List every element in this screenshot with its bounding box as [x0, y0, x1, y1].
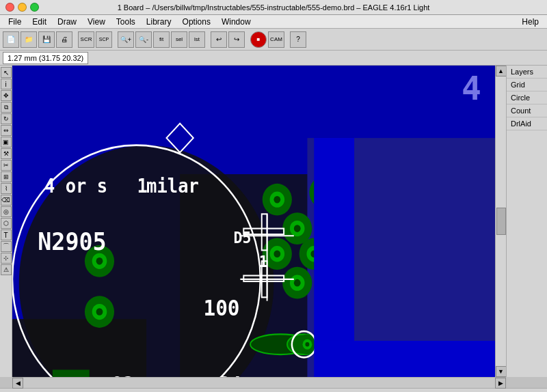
window-title: 1 Board – /Users/billw/tmp/Instructables…: [118, 3, 430, 12]
redo-icon[interactable]: ↪: [228, 31, 245, 48]
scroll-right-arrow[interactable]: ▶: [495, 378, 506, 389]
print-icon[interactable]: 🖨: [56, 31, 72, 48]
panel-grid[interactable]: Grid: [507, 79, 547, 92]
coord-bar: 1.27 mm (31.75 20.32): [0, 51, 547, 66]
rotate-icon[interactable]: ↻: [1, 113, 12, 124]
zoom-select-icon[interactable]: sel: [171, 31, 187, 48]
route-icon[interactable]: ⌇: [1, 183, 12, 194]
svg-point-26: [96, 257, 103, 265]
drc-icon[interactable]: ⚠: [1, 264, 12, 275]
close-button[interactable]: [5, 3, 14, 12]
zoom-last-icon[interactable]: lst: [189, 31, 205, 48]
scroll-left-arrow[interactable]: ◀: [12, 378, 23, 389]
grid2-icon[interactable]: ⊹: [1, 253, 12, 264]
svg-point-23: [294, 279, 301, 287]
svg-point-17: [274, 250, 280, 257]
panel-circle[interactable]: Circle: [507, 92, 547, 104]
select-icon[interactable]: ↖: [1, 67, 12, 78]
maximize-button[interactable]: [30, 3, 39, 12]
menu-file[interactable]: File: [3, 15, 27, 28]
svg-point-14: [294, 225, 301, 232]
coordinate-display: 1.27 mm (31.75 20.32): [3, 52, 88, 64]
scroll-track[interactable]: [23, 378, 495, 388]
zoom-in-icon[interactable]: 🔍+: [118, 31, 134, 48]
left-toolbar: ↖ i ✥ ⧉ ↻ ⇔ ▣ ⚒ ✂ ⊞ ⌇ ⌫ ◎ ⬡ T ⌒ ⊹ ⚠: [0, 66, 12, 377]
save-icon[interactable]: 💾: [38, 31, 55, 48]
info-icon[interactable]: i: [1, 79, 12, 89]
new-icon[interactable]: 📄: [3, 31, 19, 48]
mirror-icon[interactable]: ⇔: [1, 125, 12, 136]
svg-text:1: 1: [137, 175, 147, 197]
svg-text:milar: milar: [146, 175, 199, 197]
svg-rect-44: [53, 369, 90, 377]
scroll-down-arrow[interactable]: ▼: [496, 366, 507, 377]
status-bar: Left-click to select object to smash: [0, 388, 547, 392]
svg-point-8: [274, 196, 280, 204]
ripup-icon[interactable]: ⌫: [1, 195, 12, 206]
open-icon[interactable]: 📁: [21, 31, 37, 48]
menu-help[interactable]: Help: [516, 15, 544, 28]
svg-rect-41: [314, 138, 354, 341]
copy-icon[interactable]: SCP: [96, 31, 112, 48]
group-icon[interactable]: ▣: [1, 137, 12, 148]
undo-icon[interactable]: ↩: [211, 31, 227, 48]
right-panel: Layers Grid Circle Count DrlAid: [506, 66, 547, 377]
menu-draw[interactable]: Draw: [52, 15, 82, 28]
svg-text:R4: R4: [219, 372, 241, 377]
text-icon[interactable]: T: [1, 229, 12, 240]
svg-text:D5: D5: [234, 228, 252, 247]
scroll-thumb[interactable]: [496, 208, 506, 235]
polygon-icon[interactable]: ⬡: [1, 218, 12, 229]
minimize-button[interactable]: [18, 3, 27, 12]
menu-options[interactable]: Options: [177, 15, 216, 28]
panel-count[interactable]: Count: [507, 104, 547, 117]
menu-library[interactable]: Library: [141, 15, 177, 28]
svg-text:100: 100: [203, 296, 239, 320]
cam-icon[interactable]: CAM: [268, 31, 284, 48]
menu-edit[interactable]: Edit: [27, 15, 52, 28]
move-icon[interactable]: ✥: [1, 90, 12, 101]
scroll-up-arrow[interactable]: ▲: [496, 66, 507, 76]
panel-layers[interactable]: Layers: [507, 66, 547, 79]
pcb-canvas[interactable]: 4: [12, 66, 495, 377]
help-icon[interactable]: ?: [290, 31, 306, 48]
panel-drlaid[interactable]: DrlAid: [507, 117, 547, 130]
main-area: ↖ i ✥ ⧉ ↻ ⇔ ▣ ⚒ ✂ ⊞ ⌇ ⌫ ◎ ⬡ T ⌒ ⊹ ⚠ 4: [0, 66, 547, 377]
smash-icon[interactable]: ⚒: [1, 148, 12, 159]
canvas-wrapper[interactable]: 4: [12, 66, 506, 377]
split-icon[interactable]: ✂: [1, 160, 12, 171]
via-icon[interactable]: ◎: [1, 206, 12, 217]
stop-icon[interactable]: ■: [250, 31, 267, 48]
horizontal-scrollbar[interactable]: ◀ ▶: [12, 377, 506, 388]
menu-view[interactable]: View: [82, 15, 111, 28]
menu-tools[interactable]: Tools: [111, 15, 141, 28]
svg-rect-40: [314, 341, 495, 377]
window-controls[interactable]: [5, 3, 39, 12]
arc-icon[interactable]: ⌒: [1, 241, 12, 252]
svg-point-29: [96, 308, 103, 316]
cut-icon[interactable]: SCR: [78, 31, 94, 48]
copy2-icon[interactable]: ⧉: [1, 102, 12, 113]
vertical-scrollbar[interactable]: ▲ ▼: [495, 66, 506, 377]
pcb-svg: 4 or s milar 1 N2905 100 D5 1 Q2 Q1 R4: [12, 66, 495, 377]
svg-point-34: [306, 342, 310, 346]
zoom-fit-icon[interactable]: fit: [153, 31, 170, 48]
zoom-out-icon[interactable]: 🔍-: [135, 31, 152, 48]
svg-text:4 or s: 4 or s: [44, 175, 107, 197]
menu-bar: File Edit Draw View Tools Library Option…: [0, 15, 547, 29]
optimize-icon[interactable]: ⊞: [1, 171, 12, 182]
toolbar: 📄 📁 💾 🖨 SCR SCP 🔍+ 🔍- fit sel lst ↩ ↪ ■ …: [0, 29, 547, 51]
svg-text:N2905: N2905: [38, 227, 106, 256]
svg-text:Q2: Q2: [111, 372, 134, 377]
menu-window[interactable]: Window: [216, 15, 256, 28]
title-bar: 1 Board – /Users/billw/tmp/Instructables…: [0, 0, 547, 15]
